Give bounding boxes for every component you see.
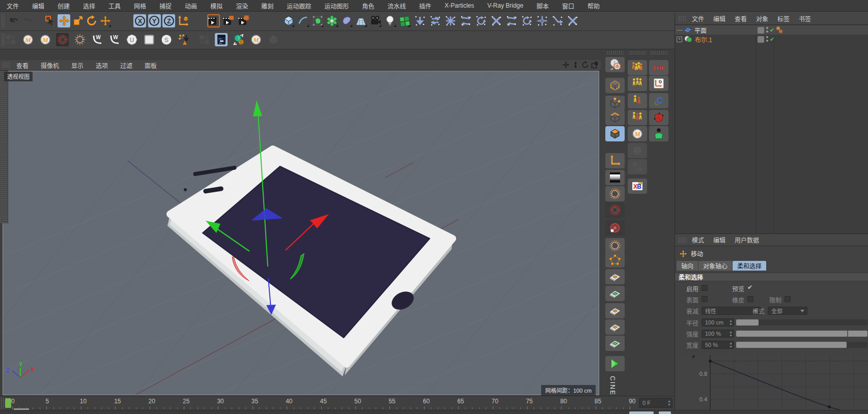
points-mode[interactable] (605, 96, 625, 111)
menu-工具[interactable]: 工具 (102, 2, 127, 10)
render-view-button[interactable] (207, 14, 220, 27)
tab-对象轴心[interactable]: 对象轴心 (698, 261, 732, 271)
menu-捕捉[interactable]: 捕捉 (153, 2, 178, 10)
om-menu-对象[interactable]: 对象 (751, 14, 773, 23)
y-axis-lock[interactable]: Y (148, 14, 161, 27)
xp-burst-button[interactable] (444, 14, 457, 27)
cube-plugin[interactable] (267, 33, 279, 46)
menu-X-Particles[interactable]: X-Particles (438, 2, 481, 9)
character-family-tool[interactable] (628, 110, 647, 125)
menu-窗口[interactable]: 窗口 (555, 2, 581, 10)
viewport-render-globe[interactable] (605, 57, 625, 72)
w-curve-plugin-1[interactable]: W (91, 33, 103, 46)
viewport-menu-过滤[interactable]: 过滤 (114, 61, 138, 70)
mograph-menu[interactable] (398, 14, 411, 27)
menu-雕刻[interactable]: 雕刻 (255, 2, 280, 10)
bottom-button-fragment[interactable] (659, 411, 671, 414)
w-curve-plugin-2[interactable]: W (108, 33, 121, 46)
attribute-manager-grip[interactable] (678, 237, 686, 243)
bottom-button-fragment[interactable] (629, 411, 654, 414)
object-row-布尔.1[interactable]: +布尔.1✔ (675, 35, 868, 44)
menu-流水线[interactable]: 流水线 (381, 2, 412, 10)
axis-mode[interactable] (605, 153, 625, 168)
frame-stepper[interactable]: ▲▼ (667, 399, 671, 406)
palC-grip[interactable] (650, 51, 667, 54)
viewport-menu-grip[interactable] (2, 62, 10, 68)
mode-dropdown[interactable]: 全部 (768, 307, 807, 315)
camera-menu[interactable] (369, 14, 382, 27)
render-settings-button[interactable] (237, 14, 250, 27)
om-menu-书签[interactable]: 书签 (794, 14, 816, 23)
soft-selection-section-header[interactable]: 柔和选择 (675, 273, 868, 281)
cloth-book-tool[interactable] (649, 110, 668, 125)
menu-运动跟踪[interactable]: 运动跟踪 (280, 2, 318, 10)
xp-orbit-button[interactable] (474, 14, 487, 27)
layer-chip[interactable] (758, 27, 764, 34)
square-plugin[interactable] (143, 33, 155, 46)
menu-创建[interactable]: 创建 (51, 2, 76, 10)
spline-pen-menu[interactable] (297, 14, 310, 27)
om-menu-查看[interactable]: 查看 (730, 14, 751, 23)
polygon-mode[interactable] (605, 126, 625, 141)
menu-文件[interactable]: 文件 (0, 2, 25, 10)
viewport-toggle-icon[interactable] (591, 61, 599, 69)
object-label[interactable]: 平面 (694, 26, 707, 35)
environment-menu[interactable] (355, 14, 368, 27)
timeline-grip[interactable] (1, 398, 5, 409)
om-menu-编辑[interactable]: 编辑 (709, 14, 730, 23)
xp-emitter-button[interactable] (413, 14, 426, 27)
expand-toggle[interactable]: + (677, 37, 682, 42)
preview-checkbox[interactable]: ✔ (747, 284, 752, 291)
xp-scatter-button[interactable] (490, 14, 502, 27)
viewport-menu-摄像机[interactable]: 摄像机 (35, 61, 65, 70)
viewport-menu-选项[interactable]: 选项 (90, 61, 114, 70)
primitive-cube-menu[interactable] (282, 14, 295, 27)
toolbar-grip[interactable] (1, 14, 6, 28)
light-menu[interactable] (384, 14, 397, 27)
pentagon-points[interactable] (605, 252, 625, 268)
character-group-tool[interactable] (628, 60, 647, 75)
top-view-badge[interactable]: TOP (649, 60, 668, 75)
plane-tool-5[interactable] (605, 336, 625, 351)
menu-动画[interactable]: 动画 (178, 2, 204, 10)
magic-plugin-1[interactable]: M (21, 33, 34, 46)
am-menu-用户数据[interactable]: 用户数据 (730, 235, 764, 244)
current-frame-field[interactable]: 0 F ▲▼ (639, 398, 673, 408)
move-tool[interactable] (58, 14, 70, 27)
xp-swap-button[interactable] (429, 14, 441, 27)
viewport-menu-查看[interactable]: 查看 (10, 61, 35, 70)
red-ring-plugin[interactable] (56, 33, 69, 46)
last-used-tool[interactable] (99, 14, 111, 27)
enabled-check[interactable]: ✔ (770, 36, 774, 43)
red-ring-dark[interactable] (605, 202, 625, 218)
character-trio-tool[interactable] (628, 76, 647, 91)
u-plugin[interactable]: U (125, 33, 138, 46)
scale-tool[interactable] (71, 14, 84, 27)
object-label[interactable]: 布尔.1 (695, 35, 712, 44)
layer-chip[interactable] (758, 36, 764, 43)
am-menu-模式[interactable]: 模式 (687, 235, 709, 244)
radius-slider[interactable] (736, 319, 867, 326)
object-row-平面[interactable]: 平面✔ (675, 25, 868, 35)
width-slider[interactable] (736, 342, 867, 348)
viewport-orbit-icon[interactable] (581, 61, 589, 69)
xp-close-button[interactable] (566, 14, 579, 27)
am-menu-编辑[interactable]: 编辑 (709, 235, 730, 244)
xp-orbit2-button[interactable] (520, 14, 533, 27)
deformers-menu[interactable] (326, 14, 339, 27)
menu-模拟[interactable]: 模拟 (204, 2, 229, 10)
glow-ring-2[interactable] (605, 238, 625, 253)
z-axis-lock[interactable]: Z (162, 14, 175, 27)
menu-V-Ray Bridge[interactable]: V-Ray Bridge (481, 2, 530, 9)
visibility-dots[interactable] (766, 27, 768, 33)
fields-menu[interactable] (340, 14, 353, 27)
viewport-dolly-icon[interactable] (572, 61, 579, 69)
xp-flow2-button[interactable] (505, 14, 518, 27)
workplane-tool[interactable] (649, 76, 668, 91)
redo-button[interactable] (21, 14, 34, 27)
clone-drop-plugin[interactable] (177, 33, 190, 46)
plane-tool-4[interactable] (605, 319, 625, 335)
c-plugin-badge[interactable]: C (649, 93, 668, 108)
enable-checkbox[interactable] (702, 285, 708, 291)
green-wedge[interactable] (605, 356, 625, 371)
